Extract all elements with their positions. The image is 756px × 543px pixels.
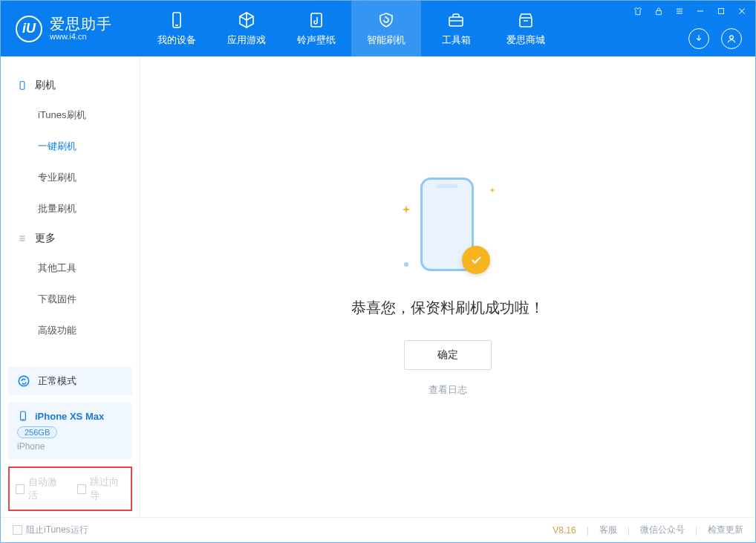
sparkle-icon (489, 186, 496, 194)
tab-ringtones-wallpapers[interactable]: 铃声壁纸 (281, 1, 351, 56)
nav-tabs: 我的设备 应用游戏 铃声壁纸 智能刷机 工具箱 爱思商城 (142, 1, 561, 56)
tab-toolbox[interactable]: 工具箱 (421, 1, 491, 56)
device-panel: 正常模式 iPhone XS Max 256GB iPhone (8, 367, 132, 459)
checkbox-label: 跳过向导 (90, 475, 125, 502)
shield-refresh-icon (377, 11, 395, 29)
checkbox-box-icon (77, 484, 86, 494)
maximize-button[interactable] (715, 5, 727, 17)
success-message: 恭喜您，保资料刷机成功啦！ (351, 298, 544, 318)
footer-right: V8.16 | 客服 | 微信公众号 | 检查更新 (553, 524, 743, 536)
sidebar-item-advanced[interactable]: 高级功能 (1, 315, 140, 346)
tab-label: 爱思商城 (506, 33, 545, 47)
checkmark-badge-icon (462, 246, 490, 274)
download-button[interactable] (688, 28, 709, 49)
shirt-icon-button[interactable] (632, 5, 644, 17)
device-storage: 256GB (17, 426, 57, 438)
svg-rect-2 (311, 13, 322, 27)
close-button[interactable] (736, 5, 748, 17)
support-link[interactable]: 客服 (599, 524, 617, 536)
sidebar-section-more: 更多 (1, 224, 140, 253)
tab-my-device[interactable]: 我的设备 (142, 1, 212, 56)
separator: | (695, 525, 697, 536)
menu-icon (674, 6, 685, 16)
view-log-link[interactable]: 查看日志 (428, 383, 467, 397)
cube-icon (238, 11, 255, 29)
sidebar: 刷机 iTunes刷机 一键刷机 专业刷机 批量刷机 更多 其他工具 下载固件 … (1, 56, 140, 517)
logo: iU 爱思助手 www.i4.cn (1, 1, 142, 56)
maximize-icon (716, 6, 726, 16)
music-file-icon (307, 11, 325, 29)
svg-rect-3 (449, 17, 463, 26)
minimize-icon (695, 6, 706, 16)
store-icon (517, 11, 535, 29)
app-window: iU 爱思助手 www.i4.cn 我的设备 应用游戏 铃声壁纸 智能刷机 (0, 0, 756, 543)
list-icon (17, 233, 27, 244)
sidebar-item-other-tools[interactable]: 其他工具 (1, 253, 140, 284)
device-type: iPhone (17, 441, 123, 452)
wechat-link[interactable]: 微信公众号 (640, 524, 685, 536)
refresh-circle-icon (17, 374, 30, 388)
device-info[interactable]: iPhone XS Max 256GB iPhone (8, 403, 132, 459)
sidebar-item-download-firmware[interactable]: 下载固件 (1, 284, 140, 315)
checkbox-block-itunes[interactable]: 阻止iTunes运行 (13, 524, 88, 536)
flash-options-highlight: 自动激活 跳过向导 (8, 466, 132, 511)
section-title: 刷机 (35, 79, 56, 92)
svg-rect-14 (20, 82, 25, 90)
body: 刷机 iTunes刷机 一键刷机 专业刷机 批量刷机 更多 其他工具 下载固件 … (1, 56, 755, 517)
tab-apps-games[interactable]: 应用游戏 (212, 1, 281, 56)
toolbox-icon (447, 11, 465, 29)
menu-icon-button[interactable] (674, 5, 685, 17)
tab-store[interactable]: 爱思商城 (491, 1, 561, 56)
lock-icon-button[interactable] (653, 5, 665, 17)
checkbox-auto-activate[interactable]: 自动激活 (16, 475, 64, 502)
device-name: iPhone XS Max (35, 411, 104, 422)
main-content: 恭喜您，保资料刷机成功啦！ 确定 查看日志 (140, 56, 755, 517)
sparkle-icon (401, 204, 411, 215)
sidebar-item-pro-flash[interactable]: 专业刷机 (1, 162, 140, 193)
svg-point-5 (730, 36, 734, 39)
sidebar-item-oneclick-flash[interactable]: 一键刷机 (1, 131, 140, 162)
window-controls (632, 5, 748, 17)
tab-label: 智能刷机 (367, 33, 405, 47)
tab-label: 我的设备 (157, 33, 196, 47)
footer-left: 阻止iTunes运行 (13, 524, 88, 536)
svg-rect-11 (719, 9, 724, 14)
tab-label: 应用游戏 (227, 33, 266, 47)
dot-icon (404, 262, 408, 267)
tab-smart-flash[interactable]: 智能刷机 (351, 1, 421, 56)
minimize-button[interactable] (694, 5, 706, 17)
phone-outline-icon (17, 80, 27, 91)
lock-icon (654, 6, 664, 16)
svg-rect-4 (520, 18, 532, 27)
mode-label: 正常模式 (38, 374, 76, 388)
header-actions (688, 28, 742, 49)
separator: | (628, 525, 630, 536)
sidebar-section-flash: 刷机 (1, 71, 140, 100)
sidebar-item-batch-flash[interactable]: 批量刷机 (1, 193, 140, 224)
download-icon (694, 33, 704, 44)
logo-icon: iU (16, 16, 42, 42)
checkbox-box-icon (16, 484, 25, 494)
shirt-icon (633, 6, 643, 16)
checkbox-label: 自动激活 (28, 475, 63, 502)
tab-label: 工具箱 (442, 33, 471, 47)
footer: 阻止iTunes运行 V8.16 | 客服 | 微信公众号 | 检查更新 (1, 517, 755, 542)
version-label: V8.16 (553, 525, 576, 536)
app-name-cn: 爱思助手 (50, 16, 112, 32)
tab-label: 铃声壁纸 (297, 33, 336, 47)
success-illustration (400, 178, 496, 282)
header: iU 爱思助手 www.i4.cn 我的设备 应用游戏 铃声壁纸 智能刷机 (1, 1, 755, 56)
user-icon (726, 33, 737, 44)
close-icon (737, 6, 747, 16)
user-button[interactable] (721, 28, 742, 49)
separator: | (587, 525, 589, 536)
check-update-link[interactable]: 检查更新 (708, 524, 743, 536)
ok-button[interactable]: 确定 (404, 340, 492, 370)
device-phone-icon (17, 410, 29, 422)
device-mode[interactable]: 正常模式 (8, 367, 132, 395)
logo-text: 爱思助手 www.i4.cn (50, 16, 112, 41)
sidebar-item-itunes-flash[interactable]: iTunes刷机 (1, 100, 140, 131)
section-title: 更多 (35, 232, 56, 245)
app-name-en: www.i4.cn (50, 32, 112, 41)
checkbox-skip-guide[interactable]: 跳过向导 (77, 475, 126, 502)
